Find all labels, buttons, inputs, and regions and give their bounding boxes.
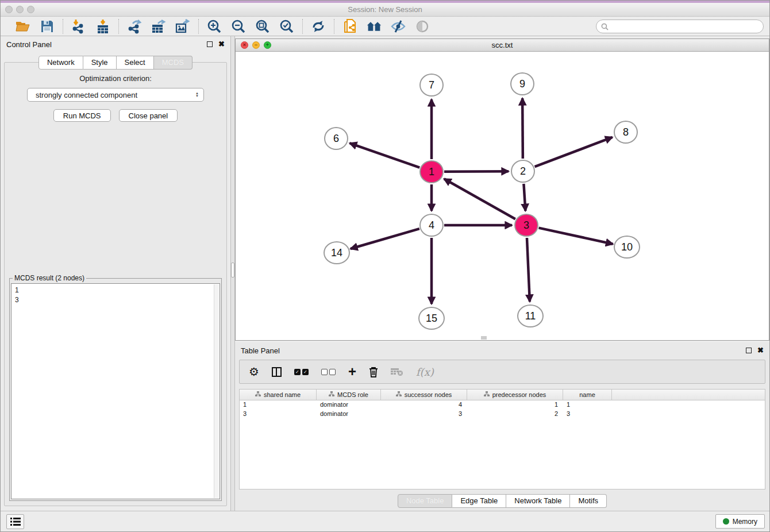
table-cell[interactable]: 1	[467, 400, 563, 410]
network-window-titlebar[interactable]: × − + scc.txt	[236, 39, 769, 52]
edge-2-3[interactable]	[523, 184, 525, 211]
edge-2-9[interactable]	[522, 98, 523, 159]
import-network-icon[interactable]	[71, 19, 86, 34]
run-mcds-button[interactable]: Run MCDS	[53, 109, 111, 122]
close-icon[interactable]: ✖	[218, 41, 225, 47]
table-row[interactable]: 1dominator411	[240, 400, 765, 410]
mcds-result-list[interactable]: 1 3	[11, 283, 220, 499]
graph-node-6[interactable]: 6	[324, 127, 348, 150]
first-neighbors-icon[interactable]	[342, 19, 357, 34]
table-cell[interactable]: 3	[381, 410, 467, 419]
columns-icon[interactable]	[272, 365, 282, 379]
graph-node-11[interactable]: 11	[517, 304, 544, 327]
deselect-all-icon[interactable]	[321, 365, 336, 379]
optimization-criterion-label: Optimization criterion:	[5, 74, 226, 83]
column-header-successor-nodes[interactable]: successor nodes	[381, 390, 467, 400]
graph-node-15[interactable]: 15	[418, 307, 445, 330]
gear-icon[interactable]: ⚙	[249, 365, 259, 379]
import-table-icon[interactable]	[95, 19, 110, 34]
float-icon[interactable]	[207, 41, 213, 47]
graph-node-9[interactable]: 9	[510, 72, 534, 95]
zoom-fit-icon[interactable]	[255, 19, 270, 34]
show-all-icon[interactable]	[415, 19, 430, 34]
panel-splitter[interactable]	[230, 36, 235, 511]
export-network-icon[interactable]	[127, 19, 142, 34]
list-icon	[10, 518, 21, 526]
graph-node-2[interactable]: 2	[511, 160, 535, 183]
criterion-dropdown-value: strongly connected component	[36, 91, 137, 99]
graph-node-3[interactable]: 3	[514, 214, 538, 237]
add-column-icon[interactable]: +	[348, 365, 356, 379]
export-image-icon[interactable]	[175, 19, 190, 34]
memory-status-icon	[723, 518, 729, 525]
tab-motifs[interactable]: Motifs	[570, 494, 607, 508]
edge-1-6[interactable]	[350, 143, 420, 167]
close-panel-button[interactable]: Close panel	[119, 109, 178, 122]
select-all-icon[interactable]: ✓✓	[294, 365, 309, 379]
memory-button[interactable]: Memory	[715, 514, 765, 529]
edge-2-8[interactable]	[535, 137, 613, 167]
application-window: Session: New Session	[0, 0, 770, 532]
apply-layout-icon[interactable]	[311, 19, 326, 34]
window-title: Session: New Session	[1, 5, 769, 14]
edge-3-11[interactable]	[527, 238, 530, 302]
hide-selected-icon[interactable]	[391, 19, 406, 34]
open-file-icon[interactable]	[16, 19, 30, 34]
graph-node-4[interactable]: 4	[419, 214, 444, 237]
table-cell[interactable]: 1	[240, 400, 317, 410]
table-cell[interactable]: dominator	[317, 400, 381, 410]
criterion-dropdown[interactable]: strongly connected component ▲▼	[27, 88, 204, 102]
network-canvas[interactable]: 7968124314101511	[236, 52, 769, 340]
table-cell[interactable]: 3	[563, 410, 612, 419]
tab-mcds[interactable]: MCDS	[154, 56, 192, 70]
function-builder-icon: f(x)	[416, 365, 434, 379]
splitter-handle-icon[interactable]	[231, 263, 234, 277]
search-icon	[601, 22, 609, 33]
scrollbar-thumb[interactable]	[481, 336, 487, 340]
tab-network[interactable]: Network	[38, 56, 83, 70]
float-icon[interactable]	[746, 348, 752, 353]
zoom-selected-icon[interactable]	[279, 19, 294, 34]
column-header-shared-name[interactable]: shared name	[240, 390, 317, 400]
edge-4-14[interactable]	[351, 229, 419, 249]
mcds-result-values: 1 3	[15, 286, 19, 304]
zoom-out-icon[interactable]	[231, 19, 246, 34]
scrollbar[interactable]	[214, 284, 219, 498]
tab-select[interactable]: Select	[117, 56, 154, 70]
table-cell[interactable]: 4	[381, 400, 467, 410]
zoom-in-icon[interactable]	[207, 19, 222, 34]
table-cell[interactable]: dominator	[317, 410, 381, 419]
close-icon[interactable]: ✖	[757, 348, 764, 353]
table-cell[interactable]: 3	[240, 410, 317, 419]
home-icon[interactable]	[367, 19, 382, 34]
tab-style[interactable]: Style	[83, 56, 117, 70]
graph-node-10[interactable]: 10	[614, 236, 640, 259]
table-row[interactable]: 3dominator323	[240, 410, 765, 419]
search-input[interactable]	[596, 20, 764, 33]
graph-node-7[interactable]: 7	[419, 74, 444, 97]
search-container	[596, 20, 764, 33]
edge-3-10[interactable]	[538, 228, 613, 244]
edge-1-2[interactable]	[444, 171, 509, 172]
memory-label: Memory	[733, 518, 757, 526]
save-session-icon[interactable]	[40, 19, 55, 34]
tab-node-table[interactable]: Node Table	[398, 494, 453, 508]
edge-3-1[interactable]	[444, 179, 515, 219]
graph-node-8[interactable]: 8	[614, 121, 638, 144]
mcds-result-legend: MCDS result (2 nodes)	[13, 274, 86, 282]
tab-network-table[interactable]: Network Table	[506, 494, 570, 508]
task-history-button[interactable]	[6, 514, 24, 529]
delete-column-icon[interactable]	[369, 365, 378, 379]
network-window-title: scc.txt	[236, 41, 769, 49]
table-cell[interactable]: 1	[563, 400, 612, 410]
graph-node-14[interactable]: 14	[324, 241, 350, 264]
column-header-predecessor-nodes[interactable]: predecessor nodes	[467, 390, 563, 400]
mcds-result-group: MCDS result (2 nodes) 1 3	[9, 274, 222, 501]
column-edit-icon	[329, 391, 334, 398]
column-header-name[interactable]: name	[563, 390, 612, 400]
graph-node-1[interactable]: 1	[419, 160, 444, 183]
column-header-MCDS-role[interactable]: MCDS role	[317, 390, 381, 400]
table-cell[interactable]: 2	[467, 410, 563, 419]
tab-edge-table[interactable]: Edge Table	[452, 494, 506, 508]
export-table-icon[interactable]	[151, 19, 166, 34]
